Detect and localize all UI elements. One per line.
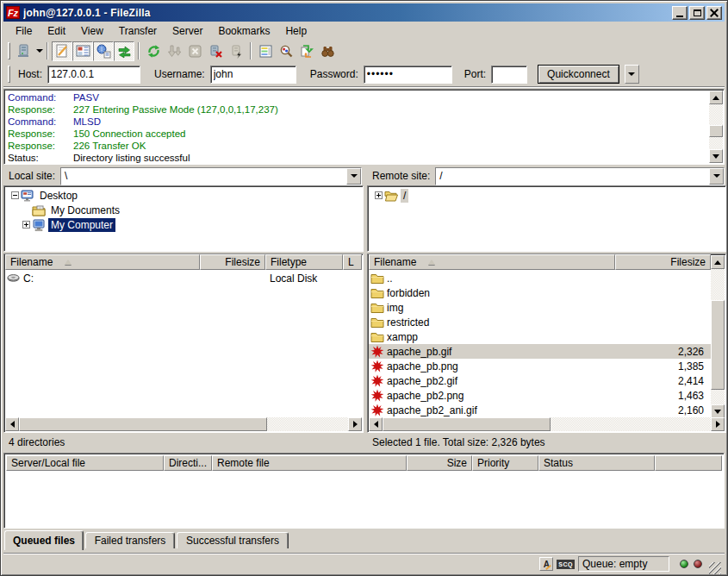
tab-failed-transfers[interactable]: Failed transfers: [85, 532, 175, 548]
toolbar: [3, 40, 725, 62]
refresh-button[interactable]: [143, 41, 164, 61]
queue-body[interactable]: [6, 472, 722, 526]
toggle-remote-tree-button[interactable]: [93, 41, 114, 61]
log-scrollbar[interactable]: [709, 91, 723, 163]
remote-vscrollbar[interactable]: [711, 255, 725, 418]
expand-icon[interactable]: [22, 221, 30, 229]
site-manager-button[interactable]: [13, 41, 34, 61]
toolbar-grip[interactable]: [8, 42, 10, 59]
scroll-left-button[interactable]: [5, 417, 19, 431]
scrollbar-thumb[interactable]: [709, 125, 723, 137]
scroll-right-button[interactable]: [711, 417, 725, 431]
menu-transfer[interactable]: Transfer: [111, 23, 165, 39]
menu-file[interactable]: File: [8, 23, 40, 39]
directory-filter-button[interactable]: [255, 41, 276, 61]
site-manager-dropdown[interactable]: [36, 49, 43, 53]
tree-item-my-documents[interactable]: My Documents: [4, 203, 363, 217]
scroll-down-button[interactable]: [709, 149, 723, 163]
tree-item-my-computer[interactable]: My Computer: [4, 217, 363, 232]
tree-item-root[interactable]: /: [368, 188, 725, 203]
remote-hscrollbar[interactable]: [369, 417, 725, 431]
remote-file-row[interactable]: restricted: [369, 315, 711, 329]
remote-file-row[interactable]: ..: [369, 271, 711, 285]
close-button[interactable]: [706, 6, 722, 20]
menu-bookmarks[interactable]: Bookmarks: [210, 23, 277, 39]
host-input[interactable]: [47, 66, 140, 84]
column-header-lastmodified[interactable]: L: [343, 254, 362, 270]
local-site-value[interactable]: \: [61, 168, 346, 185]
title-bar[interactable]: Fz john@127.0.0.1 - FileZilla: [3, 3, 725, 22]
toggle-transfer-queue-button[interactable]: [114, 41, 134, 61]
sort-ascending-icon: [65, 260, 72, 265]
scroll-left-button[interactable]: [369, 417, 383, 431]
scrollbar-thumb[interactable]: [19, 417, 267, 431]
local-site-combo[interactable]: \: [60, 167, 362, 185]
indicator-badge[interactable]: SCQ: [557, 560, 575, 569]
expand-icon[interactable]: [375, 191, 383, 199]
local-site-dropdown[interactable]: [346, 168, 361, 185]
tab-queued-files[interactable]: Queued files: [4, 530, 84, 550]
remote-file-row[interactable]: forbidden: [369, 285, 711, 300]
site-manager-icon: [16, 43, 31, 59]
remote-site-combo[interactable]: /: [435, 167, 725, 185]
remote-file-row[interactable]: xampp: [369, 329, 711, 344]
folder-icon: [370, 330, 384, 344]
column-header-filename[interactable]: Filename: [5, 254, 200, 270]
menu-view[interactable]: View: [73, 23, 111, 39]
scroll-down-button[interactable]: [711, 404, 725, 418]
menu-server[interactable]: Server: [165, 23, 210, 39]
collapse-icon[interactable]: [11, 191, 19, 199]
column-header-filename[interactable]: Filename: [369, 254, 615, 270]
transfer-type-indicator[interactable]: A: [539, 557, 553, 571]
reconnect-button[interactable]: [226, 41, 246, 61]
remote-file-row[interactable]: apache_pb2.gif 2,414: [369, 373, 711, 388]
tab-successful-transfers[interactable]: Successful transfers: [177, 532, 289, 548]
column-header-status[interactable]: Status: [538, 455, 655, 471]
quickconnect-grip[interactable]: [8, 66, 10, 83]
remote-file-row[interactable]: apache_pb2_ani.gif 2,160: [369, 403, 711, 417]
column-header-filesize[interactable]: Filesize: [200, 254, 265, 270]
password-input[interactable]: [364, 66, 452, 84]
scroll-up-button[interactable]: [709, 91, 723, 104]
menu-edit[interactable]: Edit: [40, 23, 73, 39]
quickconnect-dropdown[interactable]: [625, 65, 639, 84]
local-file-row[interactable]: C: Local Disk: [5, 271, 362, 285]
scrollbar-thumb[interactable]: [711, 300, 725, 390]
cancel-button[interactable]: [184, 41, 205, 61]
remote-site-dropdown[interactable]: [709, 168, 724, 185]
tree-item-desktop[interactable]: Desktop: [4, 188, 363, 203]
panel-splitter[interactable]: [364, 166, 367, 452]
column-header-priority[interactable]: Priority: [472, 455, 538, 471]
find-files-button[interactable]: [317, 41, 338, 61]
toggle-message-log-button[interactable]: [52, 41, 72, 61]
synchronized-browsing-button[interactable]: [296, 41, 317, 61]
menu-help[interactable]: Help: [277, 23, 314, 39]
remote-site-value[interactable]: /: [436, 168, 709, 185]
scrollbar-thumb[interactable]: [383, 417, 551, 431]
remote-file-row[interactable]: apache_pb.png 1,385: [369, 359, 711, 373]
process-queue-button[interactable]: [164, 41, 184, 61]
minimize-button[interactable]: [672, 6, 688, 20]
remote-file-row[interactable]: apache_pb2.png 1,463: [369, 388, 711, 403]
directory-comparison-button[interactable]: [276, 41, 296, 61]
quickconnect-button[interactable]: Quickconnect: [538, 65, 619, 84]
toggle-local-tree-button[interactable]: [72, 41, 93, 61]
local-hscrollbar[interactable]: [5, 417, 362, 431]
resize-grip[interactable]: [709, 562, 721, 574]
scroll-up-button[interactable]: [711, 255, 725, 269]
username-input[interactable]: [210, 66, 296, 84]
column-header-remote-file[interactable]: Remote file: [212, 455, 407, 471]
column-header-filetype[interactable]: Filetype: [265, 254, 343, 270]
scroll-right-button[interactable]: [348, 417, 362, 431]
port-input[interactable]: [491, 66, 527, 84]
column-header-filesize[interactable]: Filesize: [615, 254, 711, 270]
message-log-content[interactable]: Command:PASV Response:227 Entering Passi…: [4, 90, 710, 164]
disconnect-button[interactable]: [205, 41, 226, 61]
remote-file-row-selected[interactable]: apache_pb.gif 2,326: [369, 344, 711, 359]
column-header-size[interactable]: Size: [407, 455, 472, 471]
remote-file-row[interactable]: img: [369, 300, 711, 315]
column-header-server-local-file[interactable]: Server/Local file: [6, 455, 164, 471]
maximize-button[interactable]: [689, 6, 705, 20]
column-header-direction[interactable]: Directi...: [164, 455, 212, 471]
column-header-blank[interactable]: [655, 455, 722, 471]
